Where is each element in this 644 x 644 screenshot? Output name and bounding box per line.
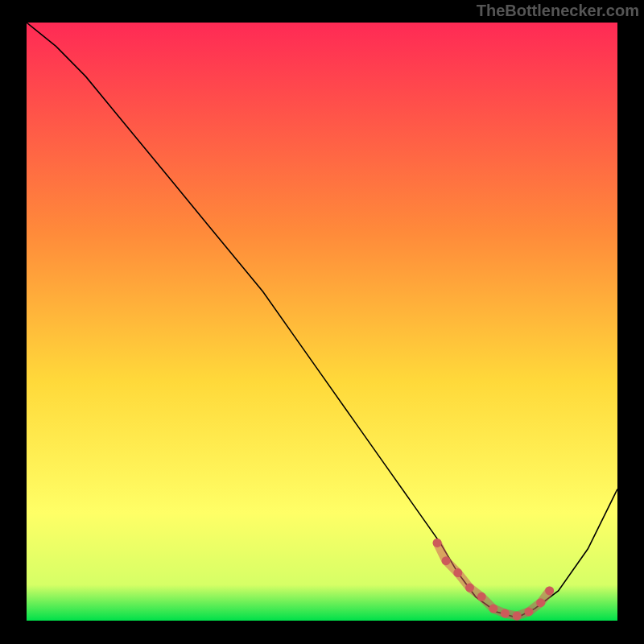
chart-container: TheBottlenecker.com (0, 0, 644, 644)
optimal-marker (477, 592, 486, 601)
optimal-marker (501, 609, 510, 618)
watermark-text: TheBottlenecker.com (477, 2, 639, 20)
optimal-marker (536, 598, 545, 607)
optimal-marker (513, 612, 522, 621)
optimal-marker (524, 607, 533, 616)
optimal-marker (489, 605, 497, 613)
optimal-marker (433, 539, 442, 547)
optimal-marker (453, 568, 462, 577)
optimal-marker (545, 586, 554, 595)
optimal-marker (442, 556, 451, 565)
optimal-marker (465, 584, 474, 592)
plot-area (27, 23, 617, 621)
bottleneck-plot-svg (27, 23, 617, 621)
